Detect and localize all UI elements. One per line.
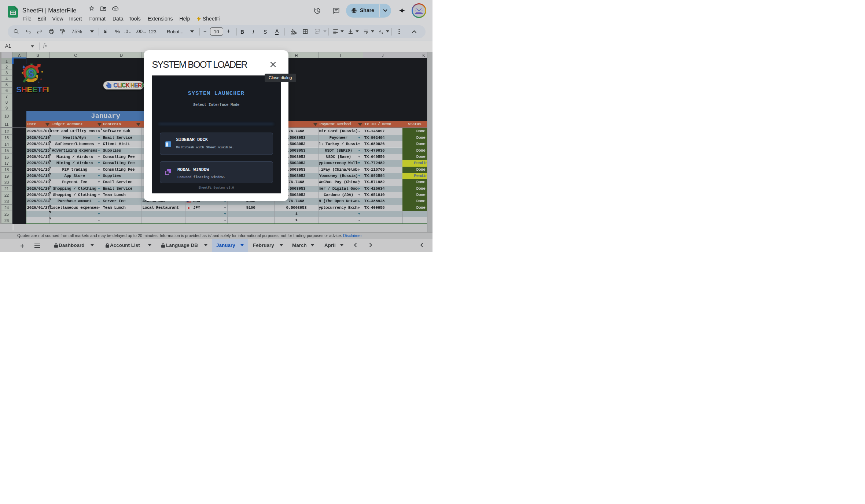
svg-text:$: $ — [28, 68, 34, 79]
svg-text:A: A — [379, 29, 382, 33]
